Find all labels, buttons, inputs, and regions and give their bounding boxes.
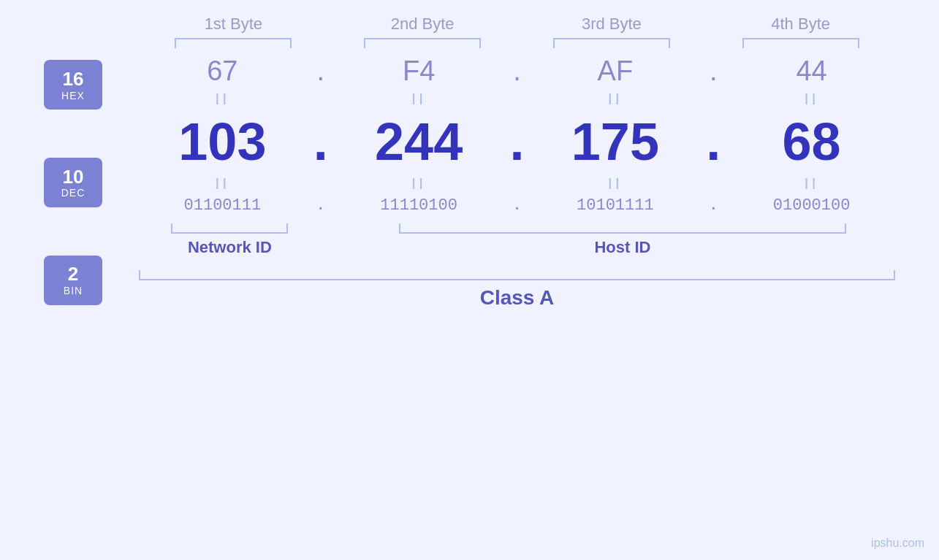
- bin-dot-2: .: [512, 196, 522, 215]
- bin-val-1: 01100111: [184, 196, 262, 215]
- spacer: [44, 15, 139, 34]
- bin-val-4: 01000100: [773, 196, 851, 215]
- hex-val-2: F4: [403, 55, 435, 86]
- bin-val-2: 11110100: [380, 196, 457, 215]
- eq-1-1: II: [215, 90, 229, 108]
- equals-row-1: II II II II: [139, 90, 895, 109]
- hex-row: 67 . F4 . AF . 44: [139, 55, 895, 87]
- dec-badge: 10 DEC: [44, 158, 102, 207]
- hex-dot-3: .: [710, 55, 718, 86]
- hex-val-4: 44: [796, 55, 826, 86]
- dec-val-3: 175: [571, 112, 659, 171]
- bin-dot-3: .: [709, 196, 718, 215]
- byte-label-3: 3rd Byte: [517, 15, 707, 34]
- eq-1-2: II: [411, 90, 426, 108]
- dec-row: 103 . 244 . 175 . 68: [139, 112, 895, 172]
- watermark: ipshu.com: [871, 537, 924, 550]
- class-label-row: Class A: [139, 286, 895, 310]
- bracket-top-4: [706, 38, 895, 48]
- class-label: Class A: [480, 286, 555, 309]
- class-bracket: [139, 270, 895, 280]
- bin-badge: 2 BIN: [44, 256, 102, 305]
- byte-label-2: 2nd Byte: [328, 15, 517, 34]
- bin-dot-1: .: [316, 196, 325, 215]
- equals-row-2: II II II II: [139, 174, 895, 193]
- hex-dot-1: .: [316, 55, 324, 86]
- dec-dot-1: .: [313, 112, 328, 171]
- eq-2-2: II: [411, 174, 426, 193]
- bracket-top-1: [139, 38, 328, 48]
- dec-val-4: 68: [783, 112, 841, 171]
- host-id-label: Host ID: [594, 238, 650, 256]
- bin-val-3: 10101111: [577, 196, 654, 215]
- dec-val-1: 103: [178, 112, 266, 171]
- bin-row: 01100111 . 11110100 . 10101111 . 0100010…: [139, 196, 895, 215]
- bracket-top-2: [328, 38, 517, 48]
- hex-dot-2: .: [513, 55, 521, 86]
- eq-1-3: II: [608, 90, 623, 108]
- eq-2-3: II: [608, 174, 623, 193]
- network-id-label: Network ID: [188, 238, 272, 256]
- dec-val-2: 244: [375, 112, 463, 171]
- hex-val-3: AF: [598, 55, 634, 86]
- main-container: 1st Byte 2nd Byte 3rd Byte 4th Byte: [0, 0, 939, 560]
- eq-2-4: II: [805, 174, 819, 193]
- eq-2-1: II: [215, 174, 229, 193]
- hex-val-1: 67: [207, 55, 237, 86]
- dec-dot-2: .: [509, 112, 524, 171]
- eq-1-4: II: [805, 90, 819, 108]
- spacer2: [44, 38, 139, 48]
- base-labels: 16 HEX 10 DEC 2 BIN: [44, 55, 139, 310]
- byte-label-4: 4th Byte: [706, 15, 895, 34]
- bracket-top-3: [517, 38, 707, 48]
- hex-badge: 16 HEX: [44, 60, 102, 110]
- byte-label-1: 1st Byte: [139, 15, 328, 34]
- rows-area: 67 . F4 . AF . 44 II II II II 103: [139, 55, 895, 310]
- values-grid: 16 HEX 10 DEC 2 BIN 67 . F4 . AF: [44, 55, 895, 310]
- dec-dot-3: .: [706, 112, 721, 171]
